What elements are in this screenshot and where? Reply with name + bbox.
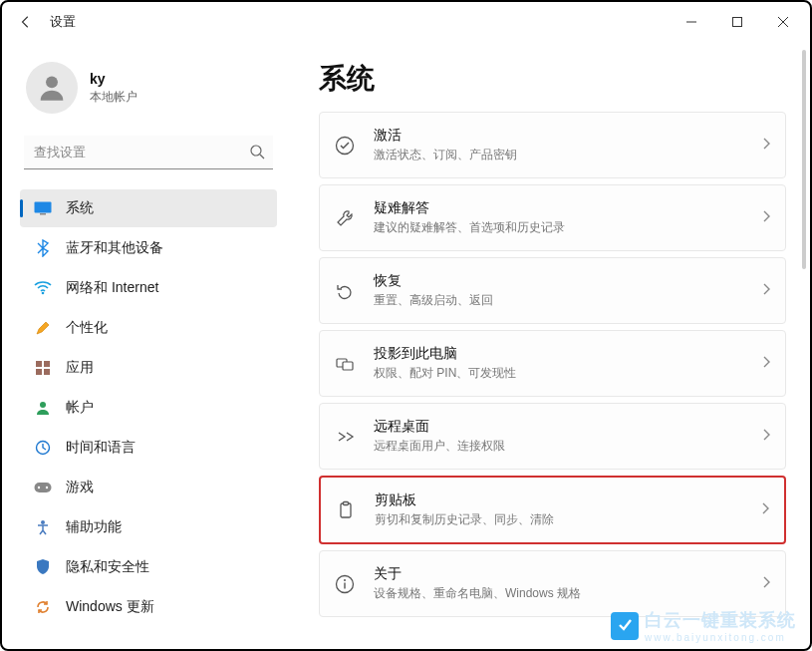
- card-body: 远程桌面 远程桌面用户、连接权限: [374, 418, 743, 455]
- main-content: 系统 激活 激活状态、订阅、产品密钥 疑难解答 建议的疑难解答、首选项和历史记录: [291, 42, 810, 649]
- gamepad-icon: [34, 479, 52, 496]
- recovery-icon: [334, 280, 356, 302]
- project-icon: [334, 353, 356, 375]
- app-title: 设置: [46, 13, 76, 31]
- sidebar-item-label: Windows 更新: [66, 598, 154, 616]
- profile-block[interactable]: ky 本地帐户: [18, 42, 279, 130]
- svg-rect-8: [36, 361, 42, 367]
- sidebar-item-accessibility[interactable]: 辅助功能: [20, 508, 277, 546]
- card-body: 投影到此电脑 权限、配对 PIN、可发现性: [374, 345, 743, 382]
- scrollbar[interactable]: [802, 50, 806, 269]
- arrow-left-icon: [19, 15, 33, 29]
- sidebar-item-privacy[interactable]: 隐私和安全性: [20, 548, 277, 586]
- sidebar-item-label: 隐私和安全性: [66, 558, 149, 576]
- info-icon: [334, 573, 356, 595]
- card-title: 投影到此电脑: [374, 345, 743, 363]
- svg-point-7: [42, 292, 45, 295]
- sidebar: ky 本地帐户 系统 蓝牙和其他设备 网络和 Internet: [2, 42, 291, 649]
- card-troubleshoot[interactable]: 疑难解答 建议的疑难解答、首选项和历史记录: [319, 184, 786, 251]
- card-project[interactable]: 投影到此电脑 权限、配对 PIN、可发现性: [319, 330, 786, 397]
- sidebar-item-update[interactable]: Windows 更新: [20, 588, 277, 626]
- chevron-right-icon: [761, 137, 771, 155]
- card-subtitle: 剪切和复制历史记录、同步、清除: [375, 511, 742, 528]
- card-title: 剪贴板: [375, 491, 742, 509]
- card-title: 恢复: [374, 272, 743, 290]
- display-icon: [34, 199, 52, 217]
- bluetooth-icon: [34, 239, 52, 257]
- svg-point-17: [41, 520, 45, 524]
- sidebar-item-time[interactable]: 时间和语言: [20, 429, 277, 467]
- card-subtitle: 设备规格、重命名电脑、Windows 规格: [374, 585, 743, 602]
- paintbrush-icon: [34, 319, 52, 337]
- sidebar-item-label: 辅助功能: [66, 518, 122, 536]
- accessibility-icon: [34, 518, 52, 536]
- profile-name: ky: [90, 71, 137, 87]
- card-subtitle: 远程桌面用户、连接权限: [374, 438, 743, 455]
- sidebar-item-label: 游戏: [66, 479, 94, 496]
- title-bar: 设置: [2, 2, 810, 42]
- update-icon: [34, 598, 52, 616]
- card-body: 疑难解答 建议的疑难解答、首选项和历史记录: [374, 199, 743, 236]
- svg-rect-10: [36, 369, 42, 375]
- profile-subtitle: 本地帐户: [90, 89, 137, 106]
- sidebar-item-accounts[interactable]: 帐户: [20, 389, 277, 427]
- apps-icon: [34, 359, 52, 377]
- close-button[interactable]: [760, 2, 806, 42]
- sidebar-item-label: 个性化: [66, 319, 108, 337]
- svg-rect-22: [344, 501, 349, 504]
- person-small-icon: [34, 399, 52, 417]
- card-list: 激活 激活状态、订阅、产品密钥 疑难解答 建议的疑难解答、首选项和历史记录 恢复…: [319, 112, 786, 617]
- nav-list: 系统 蓝牙和其他设备 网络和 Internet 个性化 应用 帐户: [18, 183, 279, 632]
- card-subtitle: 建议的疑难解答、首选项和历史记录: [374, 219, 743, 236]
- svg-point-24: [344, 579, 346, 581]
- svg-point-2: [46, 76, 58, 88]
- card-body: 剪贴板 剪切和复制历史记录、同步、清除: [375, 491, 742, 528]
- card-activation[interactable]: 激活 激活状态、订阅、产品密钥: [319, 112, 786, 178]
- profile-text: ky 本地帐户: [90, 71, 137, 106]
- chevron-right-icon: [761, 355, 771, 373]
- sidebar-item-label: 系统: [66, 199, 94, 217]
- card-recovery[interactable]: 恢复 重置、高级启动、返回: [319, 257, 786, 324]
- clipboard-icon: [335, 499, 357, 521]
- chevron-right-icon: [760, 501, 770, 519]
- window-controls: [669, 2, 806, 42]
- avatar: [26, 62, 78, 114]
- sidebar-item-apps[interactable]: 应用: [20, 349, 277, 387]
- card-title: 疑难解答: [374, 199, 743, 217]
- card-title: 远程桌面: [374, 418, 743, 436]
- card-about[interactable]: 关于 设备规格、重命名电脑、Windows 规格: [319, 550, 786, 617]
- sidebar-item-label: 网络和 Internet: [66, 279, 158, 297]
- sidebar-item-gaming[interactable]: 游戏: [20, 469, 277, 506]
- card-remote[interactable]: 远程桌面 远程桌面用户、连接权限: [319, 403, 786, 470]
- card-title: 关于: [374, 565, 743, 583]
- remote-icon: [334, 426, 356, 448]
- shield-icon: [34, 558, 52, 576]
- svg-rect-14: [35, 483, 52, 492]
- close-icon: [777, 16, 789, 28]
- search-input[interactable]: [24, 136, 273, 169]
- card-title: 激活: [374, 127, 743, 145]
- sidebar-item-bluetooth[interactable]: 蓝牙和其他设备: [20, 229, 277, 267]
- maximize-button[interactable]: [714, 2, 760, 42]
- sidebar-item-network[interactable]: 网络和 Internet: [20, 269, 277, 307]
- svg-rect-25: [344, 582, 345, 588]
- sidebar-item-personalization[interactable]: 个性化: [20, 309, 277, 347]
- svg-point-16: [46, 487, 48, 488]
- svg-rect-5: [35, 202, 52, 213]
- card-clipboard[interactable]: 剪贴板 剪切和复制历史记录、同步、清除: [319, 476, 786, 544]
- card-body: 关于 设备规格、重命名电脑、Windows 规格: [374, 565, 743, 602]
- chevron-right-icon: [761, 209, 771, 227]
- sidebar-item-label: 蓝牙和其他设备: [66, 239, 163, 257]
- svg-point-15: [38, 487, 40, 488]
- back-button[interactable]: [6, 2, 46, 42]
- card-subtitle: 权限、配对 PIN、可发现性: [374, 365, 743, 382]
- chevron-right-icon: [761, 575, 771, 593]
- person-icon: [35, 71, 69, 105]
- svg-rect-11: [44, 369, 50, 375]
- wifi-icon: [34, 279, 52, 297]
- svg-point-12: [40, 402, 46, 408]
- sidebar-item-system[interactable]: 系统: [20, 189, 277, 227]
- minimize-button[interactable]: [669, 2, 714, 42]
- minimize-icon: [685, 16, 697, 28]
- maximize-icon: [731, 16, 743, 28]
